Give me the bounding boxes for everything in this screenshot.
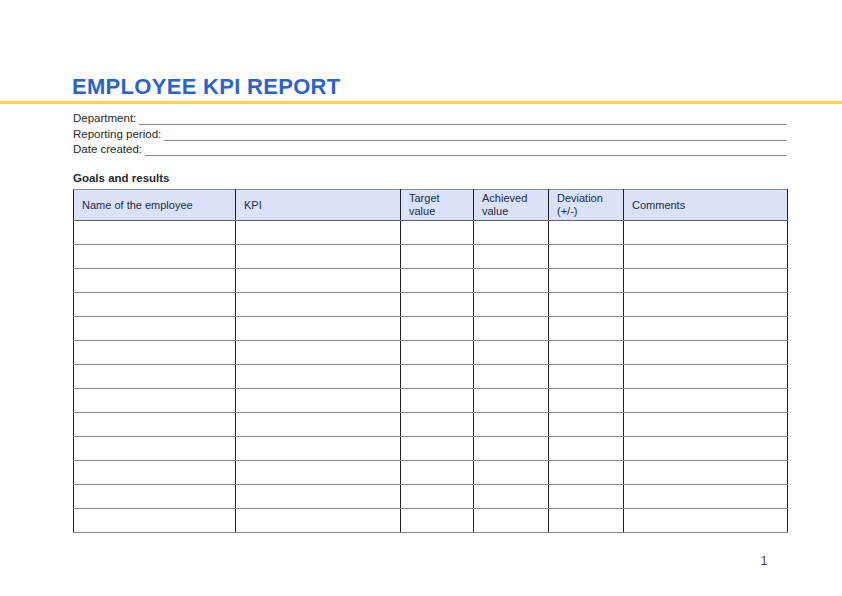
table-cell[interactable]	[401, 485, 474, 509]
table-cell[interactable]	[624, 485, 788, 509]
table-cell[interactable]	[474, 365, 549, 389]
field-blank-line[interactable]	[164, 129, 787, 141]
table-cell[interactable]	[236, 221, 401, 245]
table-cell[interactable]	[474, 269, 549, 293]
page-number: 1	[744, 554, 784, 568]
table-cell[interactable]	[401, 245, 474, 269]
table-cell[interactable]	[549, 389, 624, 413]
table-cell[interactable]	[549, 461, 624, 485]
table-cell[interactable]	[236, 293, 401, 317]
table-cell[interactable]	[236, 437, 401, 461]
table-cell[interactable]	[236, 269, 401, 293]
table-cell[interactable]	[401, 293, 474, 317]
table-row	[74, 365, 788, 389]
table-cell[interactable]	[401, 461, 474, 485]
field-department: Department:	[73, 110, 787, 125]
table-cell[interactable]	[474, 245, 549, 269]
table-cell[interactable]	[549, 413, 624, 437]
table-cell[interactable]	[624, 293, 788, 317]
table-cell[interactable]	[624, 269, 788, 293]
table-cell[interactable]	[474, 293, 549, 317]
field-reporting-period: Reporting period:	[73, 125, 787, 140]
form-fields: Department: Reporting period: Date creat…	[73, 110, 787, 156]
column-header-deviation: Deviation (+/-)	[549, 190, 624, 221]
table-cell[interactable]	[236, 365, 401, 389]
table-cell[interactable]	[474, 221, 549, 245]
table-cell[interactable]	[624, 245, 788, 269]
column-header-kpi: KPI	[236, 190, 401, 221]
table-cell[interactable]	[624, 461, 788, 485]
table-cell[interactable]	[624, 221, 788, 245]
table-cell[interactable]	[74, 341, 236, 365]
table-cell[interactable]	[549, 341, 624, 365]
table-cell[interactable]	[474, 341, 549, 365]
table-cell[interactable]	[474, 485, 549, 509]
table-cell[interactable]	[549, 317, 624, 341]
table-cell[interactable]	[549, 245, 624, 269]
table-cell[interactable]	[549, 269, 624, 293]
table-row	[74, 509, 788, 533]
column-header-achieved-value: Achieved value	[474, 190, 549, 221]
table-cell[interactable]	[549, 509, 624, 533]
table-cell[interactable]	[401, 341, 474, 365]
table-row	[74, 437, 788, 461]
table-cell[interactable]	[624, 509, 788, 533]
table-cell[interactable]	[401, 437, 474, 461]
table-cell[interactable]	[401, 317, 474, 341]
table-cell[interactable]	[401, 389, 474, 413]
table-cell[interactable]	[401, 413, 474, 437]
table-row	[74, 293, 788, 317]
page-title: EMPLOYEE KPI REPORT	[72, 74, 341, 100]
table-cell[interactable]	[549, 221, 624, 245]
table-cell[interactable]	[474, 317, 549, 341]
table-cell[interactable]	[624, 341, 788, 365]
table-cell[interactable]	[474, 461, 549, 485]
table-cell[interactable]	[401, 269, 474, 293]
table-cell[interactable]	[236, 509, 401, 533]
field-blank-line[interactable]	[139, 113, 787, 125]
column-header-comments: Comments	[624, 190, 788, 221]
table-cell[interactable]	[549, 485, 624, 509]
field-blank-line[interactable]	[145, 144, 787, 156]
table-cell[interactable]	[236, 317, 401, 341]
table-cell[interactable]	[474, 389, 549, 413]
table-cell[interactable]	[74, 509, 236, 533]
table-row	[74, 221, 788, 245]
table-cell[interactable]	[549, 365, 624, 389]
table-cell[interactable]	[474, 437, 549, 461]
table-cell[interactable]	[236, 413, 401, 437]
table-cell[interactable]	[474, 413, 549, 437]
table-cell[interactable]	[74, 317, 236, 341]
table-cell[interactable]	[74, 245, 236, 269]
column-header-target-value: Target value	[401, 190, 474, 221]
table-cell[interactable]	[401, 221, 474, 245]
table-cell[interactable]	[74, 485, 236, 509]
table-cell[interactable]	[236, 485, 401, 509]
table-cell[interactable]	[624, 317, 788, 341]
table-cell[interactable]	[236, 341, 401, 365]
table-cell[interactable]	[236, 389, 401, 413]
table-row	[74, 461, 788, 485]
table-cell[interactable]	[236, 245, 401, 269]
table-cell[interactable]	[549, 293, 624, 317]
table-cell[interactable]	[74, 389, 236, 413]
table-cell[interactable]	[74, 269, 236, 293]
table-cell[interactable]	[624, 389, 788, 413]
table-cell[interactable]	[74, 293, 236, 317]
field-label: Department:	[73, 112, 136, 125]
table-cell[interactable]	[474, 509, 549, 533]
table-cell[interactable]	[74, 413, 236, 437]
table-row	[74, 389, 788, 413]
table-cell[interactable]	[401, 365, 474, 389]
table-cell[interactable]	[624, 413, 788, 437]
table-cell[interactable]	[74, 437, 236, 461]
table-cell[interactable]	[236, 461, 401, 485]
table-cell[interactable]	[74, 221, 236, 245]
table-cell[interactable]	[624, 365, 788, 389]
table-cell[interactable]	[74, 365, 236, 389]
table-row	[74, 413, 788, 437]
table-cell[interactable]	[549, 437, 624, 461]
table-cell[interactable]	[401, 509, 474, 533]
table-cell[interactable]	[624, 437, 788, 461]
table-cell[interactable]	[74, 461, 236, 485]
